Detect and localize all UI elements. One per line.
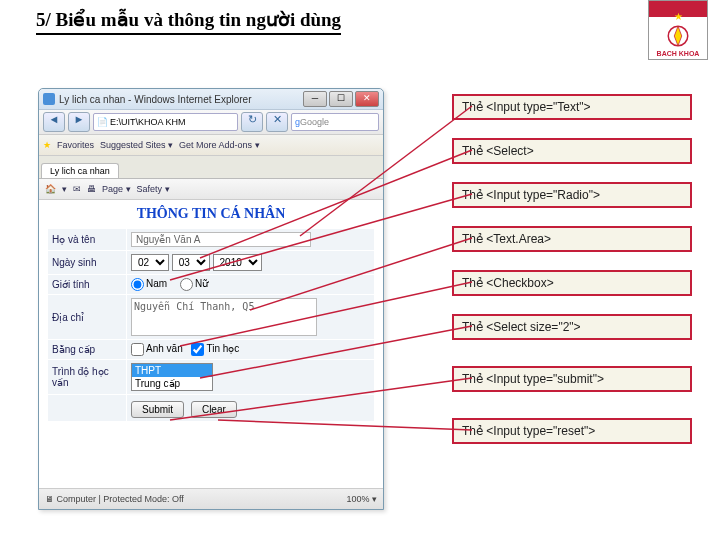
label-dob: Ngày sinh	[48, 251, 127, 275]
callout-select-size: Thẻ <Select size="2">	[452, 314, 692, 340]
section-heading: 5/ Biểu mẫu và thông tin người dùng	[36, 8, 341, 35]
callout-radio: Thẻ <Input type="Radio">	[452, 182, 692, 208]
favorites-label[interactable]: Favorites	[57, 140, 94, 150]
label-cert: Bằng cấp	[48, 340, 127, 360]
logo-text: BACH KHOA	[657, 50, 700, 57]
tab-bar: Ly lich ca nhan	[39, 156, 383, 179]
option-thpt[interactable]: THPT	[132, 364, 212, 377]
navbar: ◄ ► 📄E:\UIT\KHOA KHM ↻ ✕ g Google	[39, 110, 383, 135]
favorites-bar: ★ Favorites Suggested Sites ▾ Get More A…	[39, 135, 383, 156]
radio-female[interactable]	[180, 278, 193, 291]
titlebar: Ly lich ca nhan - Windows Internet Explo…	[39, 89, 383, 110]
status-text: Computer | Protected Mode: Off	[57, 494, 184, 504]
callout-submit: Thẻ <Input type="submit">	[452, 366, 692, 392]
input-name[interactable]: Nguyễn Văn A	[131, 232, 311, 247]
select-month[interactable]: 03	[172, 254, 210, 271]
select-day[interactable]: 02	[131, 254, 169, 271]
clear-button[interactable]: Clear	[191, 401, 237, 418]
favorites-star-icon: ★	[43, 140, 51, 150]
address-bar[interactable]: 📄E:\UIT\KHOA KHM	[93, 113, 238, 131]
form-title: THÔNG TIN CÁ NHÂN	[47, 206, 375, 222]
suggested-sites[interactable]: Suggested Sites ▾	[100, 140, 173, 150]
label-address: Địa chỉ	[48, 295, 127, 340]
search-box[interactable]: g Google	[291, 113, 379, 131]
callout-checkbox: Thẻ <Checkbox>	[452, 270, 692, 296]
forward-button[interactable]: ►	[68, 112, 90, 132]
submit-button[interactable]: Submit	[131, 401, 184, 418]
minimize-button[interactable]: ─	[303, 91, 327, 107]
page-menu[interactable]: Page ▾	[102, 184, 131, 194]
select-edu[interactable]: THPT Trung cấp	[131, 363, 213, 391]
label-edu: Trình độ học vấn	[48, 360, 127, 395]
feeds-icon[interactable]: ▾	[62, 184, 67, 194]
logo-bachkhoa: ★ BACH KHOA	[648, 0, 708, 60]
tab-active[interactable]: Ly lich ca nhan	[41, 163, 119, 178]
maximize-button[interactable]: ☐	[329, 91, 353, 107]
label-male: Nam	[146, 278, 167, 289]
textarea-address[interactable]: Nguyễn Chí Thanh, Q5	[131, 298, 317, 336]
callout-reset: Thẻ <Input type="reset">	[452, 418, 692, 444]
label-name: Họ và tên	[48, 229, 127, 251]
select-year[interactable]: 2010	[213, 254, 262, 271]
close-button[interactable]: ✕	[355, 91, 379, 107]
star-icon: ★	[674, 11, 683, 22]
label-sex: Giới tính	[48, 275, 127, 295]
home-icon[interactable]: 🏠	[45, 184, 56, 194]
safety-menu[interactable]: Safety ▾	[137, 184, 170, 194]
page-icon: 📄	[97, 117, 108, 127]
ie-icon	[43, 93, 55, 105]
refresh-button[interactable]: ↻	[241, 112, 263, 132]
back-button[interactable]: ◄	[43, 112, 65, 132]
stop-button[interactable]: ✕	[266, 112, 288, 132]
label-english: Anh văn	[146, 343, 183, 354]
label-it: Tin học	[206, 343, 239, 354]
callout-select: Thẻ <Select>	[452, 138, 692, 164]
callout-textarea: Thẻ <Text.Area>	[452, 226, 692, 252]
get-more-addons[interactable]: Get More Add-ons ▾	[179, 140, 260, 150]
window-title: Ly lich ca nhan - Windows Internet Explo…	[59, 94, 303, 105]
command-bar: 🏠 ▾ ✉ 🖶 Page ▾ Safety ▾	[39, 179, 383, 200]
checkbox-english[interactable]	[131, 343, 144, 356]
zoom-level[interactable]: 100% ▾	[346, 494, 377, 504]
page-content: THÔNG TIN CÁ NHÂN Họ và tên Nguyễn Văn A…	[39, 200, 383, 492]
browser-window: Ly lich ca nhan - Windows Internet Explo…	[38, 88, 384, 510]
checkbox-it[interactable]	[191, 343, 204, 356]
label-female: Nữ	[195, 278, 208, 289]
option-trungcap[interactable]: Trung cấp	[132, 377, 212, 390]
status-bar: 🖥 Computer | Protected Mode: Off 100% ▾	[39, 488, 383, 509]
print-icon[interactable]: 🖶	[87, 184, 96, 194]
radio-male[interactable]	[131, 278, 144, 291]
computer-icon: 🖥	[45, 494, 57, 504]
callout-input-text: Thẻ <Input type="Text">	[452, 94, 692, 120]
mail-icon[interactable]: ✉	[73, 184, 81, 194]
